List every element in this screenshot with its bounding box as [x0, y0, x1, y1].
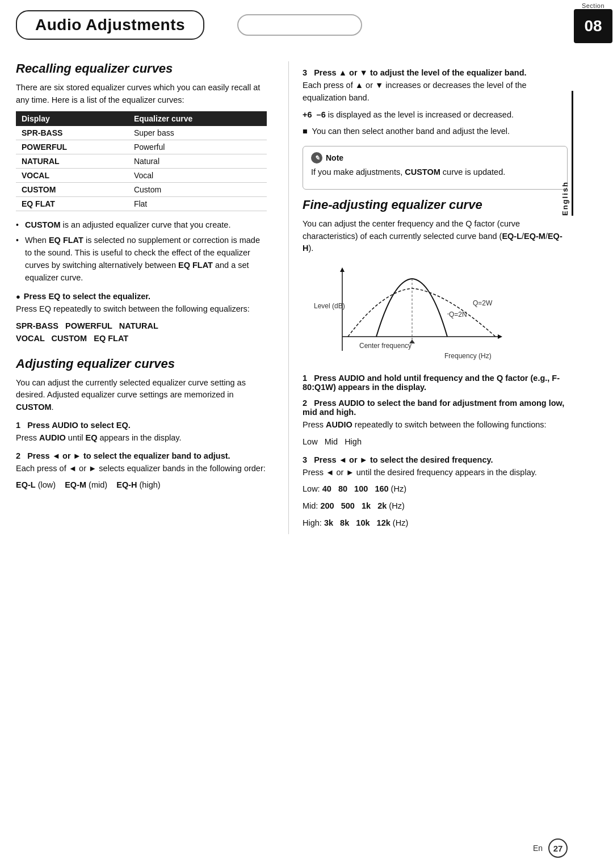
table-cell-display: CUSTOM	[16, 182, 128, 196]
table-col2: Equalizer curve	[128, 111, 267, 126]
recalling-section: Recalling equalizer curves There are six…	[16, 61, 267, 345]
recalling-bullets: CUSTOM is an adjusted equalizer curve th…	[16, 219, 267, 284]
svg-text:Q=2W: Q=2W	[473, 299, 493, 307]
table-cell-display: POWERFUL	[16, 140, 128, 154]
fine-step1-heading: 1 Press AUDIO and hold until frequency a…	[303, 374, 568, 392]
page-title: Audio Adjustments	[35, 16, 185, 34]
list-item: When EQ FLAT is selected no supplement o…	[16, 234, 267, 284]
table-row: POWERFULPowerful	[16, 140, 267, 154]
recalling-intro: There are six stored equalizer curves wh…	[16, 82, 267, 107]
fine-step3-high: High: 3k 8k 10k 12k (Hz)	[303, 517, 568, 530]
fine-step2-series: Low Mid High	[303, 436, 568, 448]
note-box: ✎ Note If you make adjustments, CUSTOM c…	[303, 146, 568, 190]
eq-series: SPR-BASS POWERFUL NATURAL VOCAL CUSTOM E…	[16, 320, 267, 345]
step3-body3: ■ You can then select another band and a…	[303, 125, 568, 138]
table-row: VOCALVocal	[16, 168, 267, 182]
svg-text:Q=2N: Q=2N	[449, 311, 467, 318]
svg-text:Frequency (Hz): Frequency (Hz)	[444, 352, 492, 360]
step2-body: Each press of ◄ or ► selects equalizer b…	[16, 463, 267, 475]
page-number: 27	[548, 838, 568, 858]
fine-step3-mid: Mid: 200 500 1k 2k (Hz)	[303, 500, 568, 513]
step3-section: 3 Press ▲ or ▼ to adjust the level of th…	[303, 68, 568, 138]
step3-body2: +6 –6 is displayed as the level is incre…	[303, 109, 568, 121]
table-cell-curve: Super bass	[128, 126, 267, 140]
press-eq-heading: Press EQ to select the equalizer.	[16, 292, 267, 301]
section-badge: Section 08	[573, 0, 613, 43]
right-column: 3 Press ▲ or ▼ to adjust the level of th…	[289, 61, 568, 534]
fine-step2-body: Press AUDIO repeatedly to switch between…	[303, 419, 568, 431]
table-cell-display: SPR-BASS	[16, 126, 128, 140]
step1-body: Press AUDIO until EQ appears in the disp…	[16, 432, 267, 445]
recalling-heading: Recalling equalizer curves	[16, 61, 267, 76]
eq-diagram: Level (dB) Center frequency Frequency (H…	[303, 263, 568, 367]
svg-text:Center frequency: Center frequency	[359, 342, 412, 350]
left-column: Recalling equalizer curves There are six…	[16, 61, 283, 534]
table-cell-display: EQ FLAT	[16, 196, 128, 211]
page-footer: En 27	[533, 838, 568, 858]
note-icon: ✎	[311, 152, 322, 163]
fine-step3-heading: 3 Press ◄ or ► to select the desired fre…	[303, 455, 568, 464]
table-cell-curve: Flat	[128, 196, 267, 211]
note-body: If you make adjustments, CUSTOM curve is…	[311, 166, 559, 179]
table-row: EQ FLATFlat	[16, 196, 267, 211]
fine-adjusting-section: Fine-adjusting equalizer curve You can a…	[303, 198, 568, 530]
svg-text:Level (dB): Level (dB)	[314, 302, 345, 310]
table-col1: Display	[16, 111, 128, 126]
fine-step3-low: Low: 40 80 100 160 (Hz)	[303, 483, 568, 496]
list-item: CUSTOM is an adjusted equalizer curve th…	[16, 219, 267, 232]
en-label: En	[533, 844, 543, 853]
svg-marker-1	[340, 267, 345, 272]
adjusting-heading: Adjusting equalizer curves	[16, 357, 267, 371]
table-row: NATURALNatural	[16, 154, 267, 168]
header-oval	[237, 14, 362, 36]
eq-curve-svg: Level (dB) Center frequency Frequency (H…	[303, 263, 513, 365]
step3-body1: Each press of ▲ or ▼ increases or decrea…	[303, 79, 568, 104]
table-cell-curve: Powerful	[128, 140, 267, 154]
table-cell-curve: Natural	[128, 154, 267, 168]
table-cell-curve: Custom	[128, 182, 267, 196]
fine-adjusting-intro: You can adjust the center frequency and …	[303, 218, 568, 255]
fine-adjusting-heading: Fine-adjusting equalizer curve	[303, 198, 568, 212]
fine-step3-body: Press ◄ or ► until the desired frequency…	[303, 467, 568, 479]
fine-step2-heading: 2 Press AUDIO to select the band for adj…	[303, 399, 568, 417]
step3-heading: 3 Press ▲ or ▼ to adjust the level of th…	[303, 68, 568, 77]
english-label: English	[561, 91, 573, 216]
table-cell-display: VOCAL	[16, 168, 128, 182]
table-row: CUSTOMCustom	[16, 182, 267, 196]
section-label: Section	[582, 0, 604, 9]
table-cell-display: NATURAL	[16, 154, 128, 168]
adjusting-section: Adjusting equalizer curves You can adjus…	[16, 357, 267, 492]
step1-heading: 1 Press AUDIO to select EQ.	[16, 421, 267, 430]
page-title-box: Audio Adjustments	[16, 10, 204, 40]
step2-heading: 2 Press ◄ or ► to select the equalizer b…	[16, 451, 267, 460]
step2-series: EQ-L (low) EQ-M (mid) EQ-H (high)	[16, 479, 267, 492]
adjusting-intro: You can adjust the currently selected eq…	[16, 377, 267, 414]
table-row: SPR-BASSSuper bass	[16, 126, 267, 140]
press-eq-body: Press EQ repeatedly to switch between th…	[16, 303, 267, 316]
table-cell-curve: Vocal	[128, 168, 267, 182]
eq-table: Display Equalizer curve SPR-BASSSuper ba…	[16, 111, 267, 211]
note-title: ✎ Note	[311, 152, 559, 163]
main-content: Recalling equalizer curves There are six…	[0, 45, 613, 550]
section-number: 08	[574, 9, 612, 43]
svg-marker-3	[498, 334, 502, 339]
page-header: Audio Adjustments	[0, 0, 613, 40]
